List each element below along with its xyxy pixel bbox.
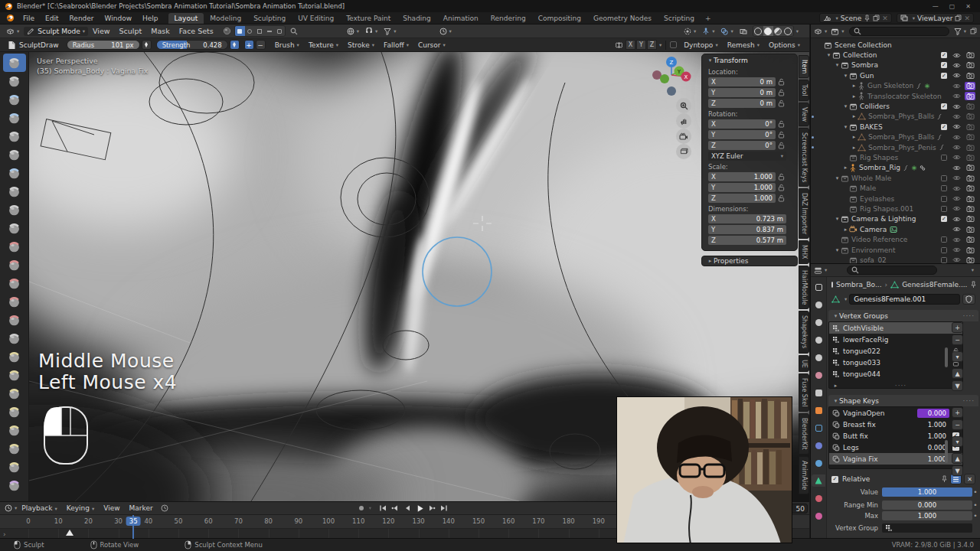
disable-render-camera-icon[interactable] — [965, 255, 975, 264]
hide-eye-icon[interactable] — [951, 70, 962, 80]
lock-icon[interactable] — [776, 99, 786, 107]
toggle-3[interactable] — [255, 26, 265, 36]
outliner-item-label[interactable]: Colliders — [860, 103, 890, 110]
disable-render-camera-icon[interactable] — [965, 194, 975, 204]
hide-eye-icon[interactable] — [951, 235, 962, 245]
properties-tab-object-data[interactable] — [812, 474, 825, 487]
properties-tab-output[interactable] — [812, 316, 825, 328]
workspace-tab-sculpting[interactable]: Sculpting — [247, 13, 292, 24]
vg-add-button[interactable]: + — [952, 322, 963, 333]
remesh-dropdown[interactable]: Remesh▾ — [723, 40, 764, 50]
menu-render[interactable]: Render — [64, 15, 100, 22]
hide-eye-icon[interactable] — [951, 122, 962, 132]
brush-draw-icon[interactable] — [3, 54, 26, 72]
toggle-4[interactable] — [265, 26, 275, 36]
vertex-group-row[interactable]: tongue022 — [829, 345, 962, 357]
collection-checkbox[interactable] — [939, 194, 949, 204]
workspace-tab-animation[interactable]: Animation — [437, 13, 485, 24]
navigation-gizmo[interactable]: Z Y X — [647, 55, 696, 101]
shape-key-row[interactable]: Breast fix1.000✓ — [829, 419, 962, 430]
next-keyframe-button[interactable] — [426, 504, 437, 513]
new-viewlayer-icon[interactable] — [955, 15, 962, 21]
new-collection-icon[interactable] — [970, 28, 977, 34]
pin-id-icon[interactable] — [970, 281, 977, 289]
outliner-item-label[interactable]: Gun — [860, 72, 874, 80]
transform-field-y[interactable]: Y0° — [708, 130, 776, 139]
shape-key-row[interactable]: Legs0.000✓ — [829, 442, 962, 453]
brush-mask-icon[interactable] — [3, 476, 26, 494]
hide-eye-icon[interactable] — [951, 81, 962, 91]
outliner-item-label[interactable]: Video Reference — [851, 236, 907, 243]
collection-checkbox[interactable] — [939, 152, 949, 162]
annotate-tool-dropdown[interactable]: ▾ — [436, 27, 455, 36]
expander-icon[interactable]: ▾ — [834, 247, 841, 253]
vertex-groups-panel-header[interactable]: ▾Vertex Groups ···· — [828, 310, 978, 321]
lock-icon[interactable] — [776, 142, 786, 149]
disable-render-camera-icon[interactable] — [965, 122, 975, 132]
expander-icon[interactable]: ▾ — [825, 52, 832, 58]
brush-flatten-icon[interactable] — [3, 237, 26, 256]
outliner-item-label[interactable]: Gun Skeleton — [867, 82, 913, 90]
workspace-tab-geometry-nodes[interactable]: Geometry Nodes — [587, 13, 658, 24]
disable-render-camera-icon[interactable] — [965, 51, 975, 60]
viewport-menu-sculpt[interactable]: Sculpt — [115, 27, 147, 35]
workspace-tab-texture-paint[interactable]: Texture Paint — [340, 13, 397, 24]
matcap-icon[interactable] — [223, 27, 231, 35]
sidebar-tab-ue[interactable]: UE — [799, 355, 809, 373]
outliner-row[interactable]: ▾Collection✓ — [811, 50, 980, 60]
disable-render-camera-icon[interactable] — [965, 152, 975, 162]
outliner-item-label[interactable]: Whole Male — [851, 174, 891, 182]
collection-checkbox[interactable]: ✓ — [939, 60, 949, 70]
collection-checkbox[interactable] — [939, 245, 949, 255]
expander-icon[interactable]: ▾ — [842, 124, 849, 130]
outliner-item-label[interactable]: Scene Collection — [835, 41, 892, 49]
expander-icon[interactable]: ▾ — [834, 175, 841, 181]
sk-pin-button[interactable] — [939, 474, 950, 484]
disable-render-camera-icon[interactable] — [965, 70, 975, 80]
dyntopo-dropdown[interactable]: Dyntopo▾ — [679, 40, 722, 50]
disable-render-camera-icon[interactable] — [965, 102, 975, 112]
outliner-row[interactable]: Scene Collection — [811, 40, 980, 50]
brush-inflate-icon[interactable] — [3, 164, 26, 182]
sidebar-tab-view[interactable]: View — [799, 103, 809, 126]
lock-icon[interactable] — [776, 194, 786, 202]
menu-file[interactable]: File — [18, 15, 40, 22]
sidebar-tab-fuse-skel[interactable]: Fuse Skel — [799, 373, 809, 411]
lock-icon[interactable] — [776, 89, 786, 96]
mode-dropdown[interactable]: Sculpt Mode ▾ — [24, 27, 88, 36]
properties-tab-particles[interactable] — [812, 439, 825, 452]
expander-icon[interactable]: ▸ — [842, 165, 849, 171]
collection-checkbox[interactable]: ✓ — [939, 102, 949, 112]
brush-clay-strips-icon[interactable] — [3, 109, 26, 127]
disable-render-camera-icon[interactable] — [965, 81, 975, 91]
properties-tab-scene[interactable] — [812, 351, 825, 364]
sidebar-tab-screencast-keys[interactable]: Screencast Keys — [799, 128, 809, 187]
camera-view-button[interactable] — [676, 129, 691, 144]
outliner-row[interactable]: ▾Gun✓ — [811, 70, 980, 80]
sidebar-tab-animaide[interactable]: AnimAide — [799, 456, 809, 494]
workspace-tab-layout[interactable]: Layout — [168, 13, 204, 24]
outliner-row[interactable]: ▾Whole Male — [811, 173, 980, 183]
sk-add-button[interactable]: + — [952, 407, 963, 418]
vg-remove-button[interactable]: − — [952, 334, 963, 345]
sidebar-tab-daz-importer[interactable]: DAZ Importer — [799, 188, 809, 239]
snapping-dropdown[interactable]: ▾ — [362, 27, 381, 36]
viewport-menu-face-sets[interactable]: Face Sets — [175, 27, 218, 35]
sidebar-tab-shapekeys[interactable]: Shapekeys — [799, 311, 809, 353]
collection-checkbox[interactable] — [939, 235, 949, 245]
filter-icon[interactable] — [954, 28, 962, 35]
properties-search-input[interactable] — [847, 266, 937, 275]
hide-eye-icon[interactable] — [951, 112, 962, 122]
expander-icon[interactable]: ▾ — [842, 103, 849, 109]
hide-eye-icon[interactable] — [951, 214, 962, 224]
collection-checkbox[interactable]: ✓ — [939, 214, 949, 224]
shape-keys-panel-header[interactable]: ▾Shape Keys ···· — [828, 395, 978, 406]
sidebar-tab-blenderkit[interactable]: BlenderKit — [799, 413, 809, 455]
outliner-item-label[interactable]: sofa_02 — [860, 256, 887, 264]
properties-tab-collection[interactable] — [812, 386, 825, 399]
hide-eye-icon[interactable] — [951, 60, 962, 70]
brush-slide-relax-icon[interactable] — [3, 458, 26, 476]
properties-tab-physics[interactable] — [812, 457, 825, 469]
shading-material-button[interactable] — [773, 26, 783, 36]
shape-key-row[interactable]: VaginaOpen0.000✓ — [829, 407, 962, 419]
